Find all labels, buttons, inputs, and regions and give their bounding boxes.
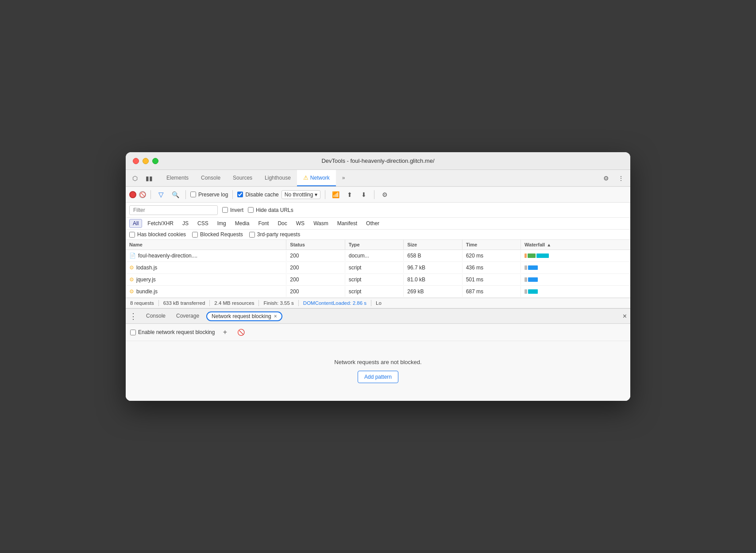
col-header-status[interactable]: Status (286, 240, 345, 250)
tab-elements[interactable]: Elements (160, 170, 195, 186)
invert-checkbox-label[interactable]: Invert (222, 207, 243, 213)
bottom-tab-bar: ⋮ Console Coverage Network request block… (126, 309, 630, 324)
settings-icon[interactable]: ⚙ (600, 173, 612, 184)
hide-data-urls-label[interactable]: Hide data URLs (248, 207, 293, 213)
bottom-panel: ⋮ Console Coverage Network request block… (126, 308, 630, 401)
bottom-tab-network-blocking[interactable]: Network request blocking × (206, 311, 282, 321)
titlebar: DevTools - foul-heavenly-direction.glitc… (126, 152, 630, 170)
add-pattern-button[interactable]: Add pattern (358, 371, 398, 383)
import-har-icon[interactable]: ⬆ (344, 189, 355, 200)
settings-gear-icon[interactable]: ⚙ (379, 189, 390, 200)
col-header-name[interactable]: Name (126, 240, 286, 250)
tab-more[interactable]: » (336, 170, 351, 186)
enable-blocking-label[interactable]: Enable network request blocking (130, 329, 215, 335)
status-load: Lo (376, 300, 382, 306)
throttle-select[interactable]: No throttling ▾ (282, 190, 321, 199)
disable-cache-label[interactable]: Disable cache (237, 192, 278, 198)
tab-sources[interactable]: Sources (227, 170, 258, 186)
third-party-label[interactable]: 3rd-party requests (249, 231, 300, 238)
table-row[interactable]: ⚙ lodash.js 200 script 96.7 kB 436 ms (126, 262, 630, 274)
tab-console[interactable]: Console (195, 170, 227, 186)
more-options-icon[interactable]: ⋮ (615, 173, 627, 184)
toolbar-separator-2 (185, 190, 186, 199)
blocked-cookies-label[interactable]: Has blocked cookies (129, 231, 186, 238)
minimize-button[interactable] (143, 158, 149, 164)
col-header-size[interactable]: Size (404, 240, 462, 250)
col-header-type[interactable]: Type (345, 240, 404, 250)
col-header-waterfall[interactable]: Waterfall ▲ (521, 240, 630, 250)
row-size: 81.0 kB (404, 274, 462, 285)
toolbar-separator-5 (374, 190, 374, 199)
filter-input[interactable] (129, 205, 218, 215)
preserve-log-label[interactable]: Preserve log (190, 192, 228, 198)
hide-data-urls-checkbox[interactable] (248, 207, 254, 213)
status-requests: 8 requests (130, 300, 154, 306)
js-icon: ⚙ (129, 276, 134, 283)
tab-network[interactable]: ⚠ Network (297, 170, 336, 186)
main-tab-bar: ⬡ ▮▮ Elements Console Sources Lighthouse… (126, 170, 630, 187)
type-filter-font[interactable]: Font (255, 219, 272, 228)
type-filter-manifest[interactable]: Manifest (334, 219, 361, 228)
row-status: 200 (286, 274, 345, 285)
blocking-toolbar: Enable network request blocking + 🚫 (126, 324, 630, 341)
status-sep-4 (298, 300, 299, 306)
table-row[interactable]: ⚙ jquery.js 200 script 81.0 kB 501 ms (126, 274, 630, 286)
warning-icon: ⚠ (303, 174, 309, 181)
type-filter-ws[interactable]: WS (293, 219, 308, 228)
type-filter-fetch[interactable]: Fetch/XHR (144, 219, 177, 228)
tab-lighthouse[interactable]: Lighthouse (258, 170, 297, 186)
invert-checkbox[interactable] (222, 207, 228, 213)
tab-list: Elements Console Sources Lighthouse ⚠ Ne… (160, 170, 600, 186)
filter-icon[interactable]: ▽ (155, 189, 167, 200)
col-header-time[interactable]: Time (463, 240, 521, 250)
wf-bar-waiting (525, 277, 527, 282)
row-type: script (345, 274, 404, 285)
wf-bar-waiting (525, 265, 527, 270)
enable-blocking-checkbox[interactable] (130, 330, 136, 335)
table-header: Name Status Type Size Time Waterfall ▲ (126, 240, 630, 250)
device-icon[interactable]: ▮▮ (143, 173, 155, 184)
status-sep-3 (258, 300, 259, 306)
network-blocking-label: Network request blocking (212, 313, 271, 319)
network-blocking-close-icon[interactable]: × (274, 313, 277, 319)
row-size: 269 kB (404, 286, 462, 297)
type-filter-img[interactable]: Img (214, 219, 230, 228)
type-filter-js[interactable]: JS (179, 219, 192, 228)
status-bar: 8 requests 633 kB transferred 2.4 MB res… (126, 298, 630, 308)
blocked-requests-checkbox[interactable] (192, 232, 198, 238)
type-filter-other[interactable]: Other (363, 219, 383, 228)
sort-arrow-icon: ▲ (547, 242, 551, 247)
type-filter-media[interactable]: Media (231, 219, 253, 228)
third-party-checkbox[interactable] (249, 232, 255, 238)
blocked-cookies-checkbox[interactable] (129, 232, 135, 238)
close-bottom-panel-icon[interactable]: × (623, 312, 627, 320)
disable-cache-checkbox[interactable] (237, 192, 243, 197)
maximize-button[interactable] (152, 158, 158, 164)
add-pattern-plus-button[interactable]: + (219, 326, 231, 338)
type-filter-css[interactable]: CSS (194, 219, 212, 228)
bottom-more-icon[interactable]: ⋮ (129, 311, 137, 321)
block-pattern-cancel-icon[interactable]: 🚫 (235, 326, 247, 338)
filter-bar: Invert Hide data URLs (126, 203, 630, 218)
bottom-tab-console[interactable]: Console (141, 309, 171, 323)
wf-bar-waiting (525, 289, 527, 294)
row-status: 200 (286, 250, 345, 261)
bottom-tab-coverage[interactable]: Coverage (171, 309, 204, 323)
blocked-requests-label[interactable]: Blocked Requests (192, 231, 243, 238)
close-button[interactable] (133, 158, 139, 164)
preserve-log-checkbox[interactable] (190, 192, 196, 197)
type-filter-all[interactable]: All (129, 219, 142, 228)
type-filter-wasm[interactable]: Wasm (310, 219, 332, 228)
row-name: ⚙ lodash.js (126, 262, 286, 273)
waterfall-bars (525, 276, 627, 283)
type-filter-doc[interactable]: Doc (274, 219, 290, 228)
search-icon[interactable]: 🔍 (170, 189, 181, 200)
table-row[interactable]: 📄 foul-heavenly-direction.... 200 docum.… (126, 250, 630, 262)
cursor-icon[interactable]: ⬡ (129, 173, 141, 184)
export-har-icon[interactable]: ⬇ (358, 189, 370, 200)
type-filter-bar: All Fetch/XHR JS CSS Img Media Font Doc … (126, 218, 630, 230)
record-button[interactable] (129, 191, 136, 198)
network-conditions-icon[interactable]: 📶 (330, 189, 341, 200)
table-row[interactable]: ⚙ bundle.js 200 script 269 kB 687 ms (126, 286, 630, 298)
clear-button[interactable]: 🚫 (139, 191, 146, 198)
